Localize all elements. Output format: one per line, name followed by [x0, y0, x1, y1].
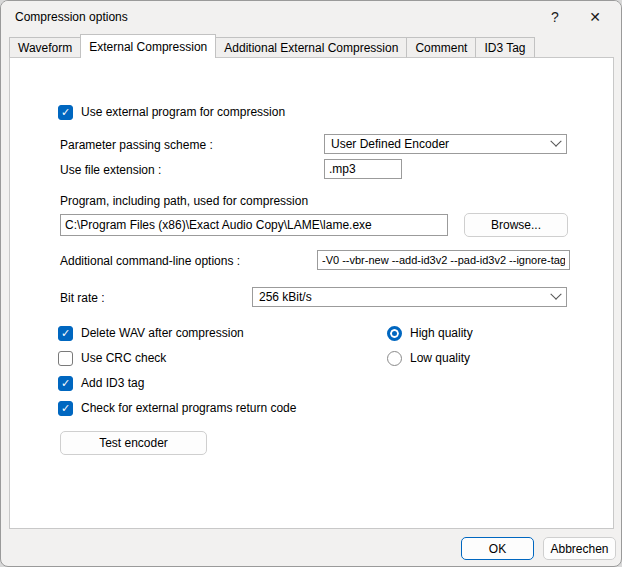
radio-label: Low quality — [410, 351, 470, 365]
parameter-passing-scheme-label: Parameter passing scheme : — [60, 138, 213, 152]
checkbox-label: Use CRC check — [81, 351, 166, 365]
bit-rate-label: Bit rate : — [60, 291, 105, 305]
checkbox-icon: ✓ — [58, 401, 73, 416]
selected-bit-rate-value: 256 kBit/s — [259, 290, 552, 304]
checkbox-label: Add ID3 tag — [81, 376, 144, 390]
file-extension-label: Use file extension : — [60, 163, 161, 177]
chevron-down-icon — [550, 289, 561, 300]
ok-button[interactable]: OK — [461, 537, 534, 560]
titlebar-buttons: ? ✕ — [535, 1, 615, 33]
program-path-input[interactable] — [60, 214, 448, 236]
file-extension-input[interactable] — [324, 159, 402, 179]
checkmark-icon: ✓ — [61, 107, 70, 118]
cmdline-options-label: Additional command-line options : — [60, 254, 240, 268]
checkbox-icon: ✓ — [58, 376, 73, 391]
checkbox-icon: ✓ — [58, 326, 73, 341]
tab-external-compression[interactable]: External Compression — [80, 34, 216, 58]
checkmark-icon: ✓ — [61, 403, 70, 414]
close-button[interactable]: ✕ — [575, 2, 615, 32]
cmdline-options-input[interactable] — [317, 250, 570, 270]
help-icon: ? — [551, 9, 559, 25]
checkbox-icon: ✓ — [58, 351, 73, 366]
titlebar: Compression options ? ✕ — [1, 1, 621, 33]
program-path-label: Program, including path, used for compre… — [60, 194, 308, 208]
radio-icon — [387, 326, 402, 341]
checkbox-icon: ✓ — [58, 105, 73, 120]
checkbox-use-external-program[interactable]: ✓ Use external program for compression — [58, 104, 285, 120]
chevron-down-icon — [550, 136, 561, 147]
selected-scheme-value: User Defined Encoder — [331, 137, 552, 151]
radio-high-quality[interactable]: High quality — [387, 325, 473, 341]
tab-waveform[interactable]: Waveform — [9, 37, 81, 58]
tab-page: ✓ Use external program for compression P… — [9, 57, 614, 529]
checkmark-icon: ✓ — [61, 328, 70, 339]
checkmark-icon: ✓ — [61, 378, 70, 389]
checkbox-check-return-code[interactable]: ✓ Check for external programs return cod… — [58, 400, 296, 416]
bit-rate-select[interactable]: 256 kBit/s — [252, 287, 567, 307]
tab-id3-tag[interactable]: ID3 Tag — [475, 37, 534, 58]
window-title: Compression options — [15, 10, 128, 24]
tab-additional-external-compression[interactable]: Additional External Compression — [215, 37, 407, 58]
tab-bar: Waveform External Compression Additional… — [9, 34, 534, 58]
test-encoder-button[interactable]: Test encoder — [60, 431, 207, 455]
checkbox-delete-wav[interactable]: ✓ Delete WAV after compression — [58, 325, 244, 341]
checkbox-add-id3-tag[interactable]: ✓ Add ID3 tag — [58, 375, 144, 391]
radio-icon — [387, 351, 402, 366]
help-button[interactable]: ? — [535, 2, 575, 32]
cancel-button[interactable]: Abbrechen — [543, 537, 616, 560]
parameter-passing-scheme-select[interactable]: User Defined Encoder — [324, 134, 567, 154]
checkbox-label: Use external program for compression — [81, 105, 285, 119]
close-icon: ✕ — [589, 9, 601, 25]
checkbox-use-crc-check[interactable]: ✓ Use CRC check — [58, 350, 166, 366]
browse-button[interactable]: Browse... — [464, 213, 568, 237]
compression-options-dialog: Compression options ? ✕ Waveform Externa… — [0, 0, 622, 567]
checkbox-label: Delete WAV after compression — [81, 326, 244, 340]
radio-low-quality[interactable]: Low quality — [387, 350, 470, 366]
checkbox-label: Check for external programs return code — [81, 401, 296, 415]
tab-comment[interactable]: Comment — [406, 37, 476, 58]
radio-label: High quality — [410, 326, 473, 340]
